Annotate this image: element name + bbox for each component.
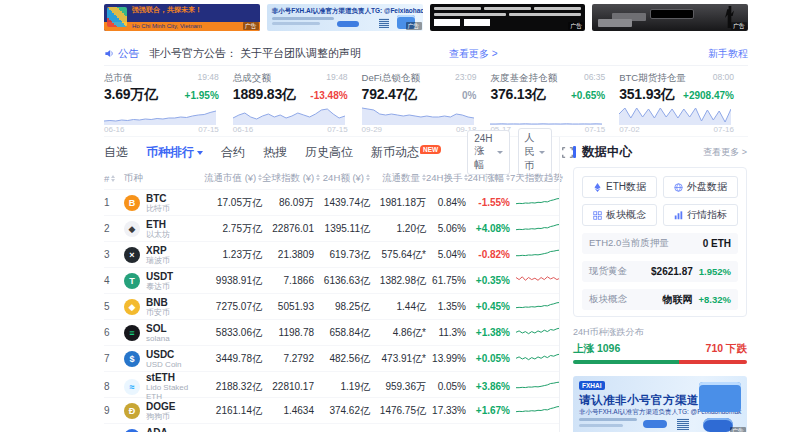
sparkline-chart xyxy=(516,404,560,418)
stat-value-row: 792.47亿0% xyxy=(362,86,477,104)
stat-card[interactable]: 总成交额19:481889.83亿-13.48%06-1607-15 xyxy=(233,69,362,131)
tab-contracts[interactable]: 合约 xyxy=(221,144,245,161)
stat-card[interactable]: BTC期货持仓量08:00351.93亿+2908.47%07-0207-16 xyxy=(619,69,748,131)
coin-global-index: 22876.01 xyxy=(262,223,314,234)
coin-name-cn: USD Coin xyxy=(146,360,182,369)
table-row[interactable]: 7$USDCUSD Coin3449.78亿7.2792482.56亿473.9… xyxy=(104,345,560,371)
banner-fineprint-line xyxy=(579,418,637,421)
banner-ad-2[interactable]: 非小号FXH.AI认准官方渠道负责人TG: @Feixiaohaomak 广告 xyxy=(267,4,423,31)
coin-global-index: 22810.17 xyxy=(262,381,314,392)
coin-24h-change: +0.05% xyxy=(466,353,510,364)
stat-change: +0.65% xyxy=(571,90,605,101)
coin-global-index: 5051.93 xyxy=(262,301,314,312)
sparkline-chart xyxy=(516,248,560,262)
tab-watchlist[interactable]: 自选 xyxy=(104,144,128,161)
sort-dropdown[interactable]: 24H涨幅 xyxy=(467,130,509,175)
tab-historic-high[interactable]: 历史高位 xyxy=(305,144,353,161)
eth-icon xyxy=(593,183,602,192)
table-row[interactable]: 1BBTC比特币17.05万亿86.09万1439.74亿1981.18万0.8… xyxy=(104,189,560,215)
tab-coin-ranking[interactable]: 币种排行 xyxy=(146,144,203,161)
banner-ad-1[interactable]: 强强联合，共探未来！ Ho Chi Minh City, Vietnam 广告 xyxy=(104,4,260,31)
data-center-more-link[interactable]: 查看更多 > xyxy=(703,146,747,159)
table-row[interactable]: 4TUSDT泰达币9938.91亿7.18666136.63亿1382.98亿6… xyxy=(104,267,560,293)
table-row[interactable]: 8≈stETHLido Staked ETH2188.32亿22810.171.… xyxy=(104,371,560,397)
table-row[interactable]: 9ÐDOGE狗狗币2161.14亿1.4634374.62亿1476.75亿17… xyxy=(104,397,560,423)
table-row[interactable]: 2◆ETH以太坊2.75万亿22876.011395.11亿1.20亿5.06%… xyxy=(104,215,560,241)
metric-eth2-staked[interactable]: ETH2.0当前质押量 0 ETH xyxy=(582,233,738,254)
stat-card[interactable]: 总市值19:483.69万亿+1.95%06-1607-15 xyxy=(104,69,233,131)
coin-symbol: ADA xyxy=(146,427,170,432)
coin-symbol: BTC xyxy=(146,193,170,204)
coin-icon: ≈ xyxy=(124,379,140,395)
coin-symbol: BNB xyxy=(146,297,170,308)
qr-code xyxy=(379,18,389,28)
sidebar-banner-ad[interactable]: FXHAI 请认准非小号官方渠道 非小号FXH.AI认准官方渠道负责人TG: @… xyxy=(573,376,747,432)
stat-value: 351.93亿 xyxy=(619,86,674,104)
tab-hot-search[interactable]: 热搜 xyxy=(263,144,287,161)
table-row[interactable]: 6≡SOLsolana5833.06亿1198.78658.84亿4.86亿*1… xyxy=(104,319,560,345)
metric-spot-gold[interactable]: 现货黄金 $2621.87 1.952% xyxy=(582,261,738,282)
coin-24h-volume: 658.84亿 xyxy=(314,326,370,340)
data-center-card: ETH数据 外盘数据 板块概念 行情指标 ETH2.0当前质押量 xyxy=(573,167,747,317)
stat-card[interactable]: 灰度基金持仓额06:35376.13亿+0.65%05-1707-15 xyxy=(490,69,619,131)
coin-icon: × xyxy=(124,247,140,263)
sparkline-chart xyxy=(233,105,345,125)
qr-code xyxy=(677,418,689,430)
stat-label: BTC期货持仓量 xyxy=(619,72,686,85)
coin-cell: ◆BNB币安币 xyxy=(124,297,204,317)
coin-rank: 1 xyxy=(104,197,124,208)
col-24h-volume[interactable]: 24H额 (¥) xyxy=(314,172,370,185)
announcement-bar: 公告 非小号官方公告： 关于平台团队调整的声明 查看更多 > 新手教程 xyxy=(104,42,748,66)
metric-sector-concept[interactable]: 板块概念 物联网 +8.32% xyxy=(582,289,738,310)
stat-card[interactable]: DeFi总锁仓额23:09792.47亿0%09-2909-18 xyxy=(362,69,491,131)
coin-market-cap: 2.75万亿 xyxy=(204,222,262,236)
coin-name-cn: solana xyxy=(146,334,170,343)
announcement-text[interactable]: 非小号官方公告： 关于平台团队调整的声明 xyxy=(149,46,361,61)
table-row[interactable]: 3×XRP瑞波币1.23万亿21.3809619.73亿575.64亿*5.04… xyxy=(104,241,560,267)
tab-new-coins[interactable]: 新币动态NEW xyxy=(371,144,441,161)
banner-ad-3[interactable]: 广告 xyxy=(430,4,586,31)
col-supply[interactable]: 流通数量 xyxy=(370,172,426,185)
coin-market-cap: 7275.07亿 xyxy=(204,300,262,314)
coin-turnover: 17.33% xyxy=(426,405,466,416)
sector-concepts-button[interactable]: 板块概念 xyxy=(582,204,657,226)
market-indicators-button[interactable]: 行情指标 xyxy=(663,204,738,226)
coin-24h-volume: 1395.11亿 xyxy=(314,222,370,236)
announcement-more-link[interactable]: 查看更多 > xyxy=(449,47,498,61)
banner-ad-4[interactable]: 广告 xyxy=(592,4,748,31)
stat-value-row: 3.69万亿+1.95% xyxy=(104,86,219,104)
ad-graphic-miner xyxy=(598,19,632,27)
col-market-cap[interactable]: 流通市值 (¥) xyxy=(204,172,262,185)
stat-value: 376.13亿 xyxy=(490,86,545,104)
col-rank[interactable]: # xyxy=(104,173,124,184)
coin-names: BTC比特币 xyxy=(146,193,170,213)
stat-label: DeFi总锁仓额 xyxy=(362,72,420,85)
coin-name-cn: 狗狗币 xyxy=(146,412,175,421)
stat-label: 总市值 xyxy=(104,72,133,85)
banner-fineprint-line xyxy=(579,424,623,427)
external-markets-button[interactable]: 外盘数据 xyxy=(663,176,738,198)
sparkline-chart xyxy=(516,326,560,340)
coin-rank: 9 xyxy=(104,405,124,416)
coin-24h-change: +0.35% xyxy=(466,275,510,286)
up-count: 上涨 1096 xyxy=(573,342,620,356)
chevron-down-icon xyxy=(539,151,545,154)
coin-24h-volume: 6136.63亿 xyxy=(314,274,370,288)
tutorial-link[interactable]: 新手教程 xyxy=(708,47,748,61)
col-turnover[interactable]: 24H换手 xyxy=(426,172,466,185)
coin-turnover: 0.84% xyxy=(426,197,466,208)
coin-symbol: stETH xyxy=(146,372,204,383)
coin-global-index: 1.4634 xyxy=(262,405,314,416)
coin-turnover: 11.3% xyxy=(426,327,466,338)
eth-data-button[interactable]: ETH数据 xyxy=(582,176,657,198)
col-global-index[interactable]: 全球指数 (¥) xyxy=(262,172,314,185)
coin-icon: B xyxy=(124,195,140,211)
currency-dropdown[interactable]: 人民币 xyxy=(518,128,552,176)
coin-icon: Ð xyxy=(124,403,140,419)
col-24h-change[interactable]: 24H涨幅 xyxy=(466,172,510,185)
coin-icon: ◆ xyxy=(124,299,140,315)
coin-market-cap: 3449.78亿 xyxy=(204,352,262,366)
table-row[interactable]: 10AADA艾达币1921.9亿5.465496.41亿351.64亿*5.02… xyxy=(104,423,560,432)
stat-date-from: 07-02 xyxy=(619,125,639,134)
table-row[interactable]: 5◆BNB币安币7275.07亿5051.9398.25亿1.44亿1.35%+… xyxy=(104,293,560,319)
